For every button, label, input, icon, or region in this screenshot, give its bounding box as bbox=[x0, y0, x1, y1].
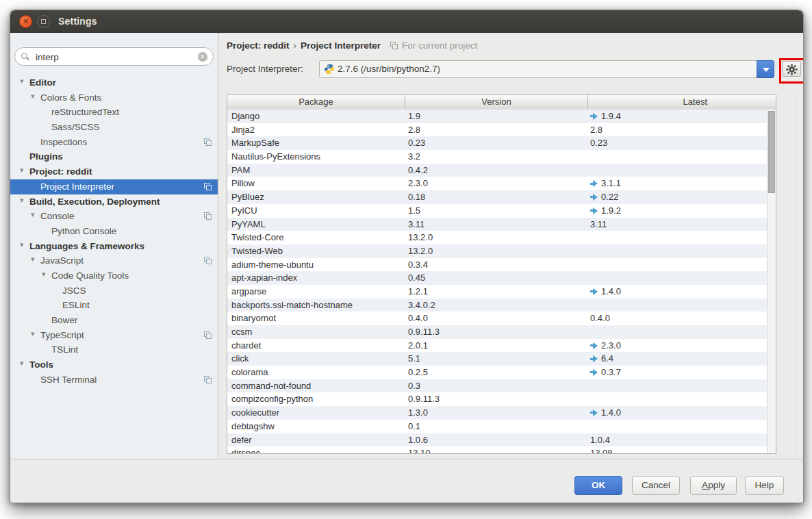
sidebar-item-python-console[interactable]: Python Console bbox=[10, 224, 218, 239]
sidebar-item-project-reddit[interactable]: ▾Project: reddit bbox=[10, 164, 218, 179]
window-maximize-button[interactable] bbox=[37, 15, 50, 28]
package-name: compizconfig-python bbox=[227, 392, 405, 406]
table-scrollbar[interactable] bbox=[767, 110, 776, 453]
packages-table[interactable]: PackageVersionLatest Django1.91.9.4Jinja… bbox=[227, 94, 776, 454]
sidebar-item-build-execution-deployment[interactable]: ▾Build, Execution, Deployment bbox=[10, 194, 218, 210]
upgrade-arrow-icon bbox=[590, 113, 598, 119]
package-name: defer bbox=[227, 433, 405, 447]
expander-arrow-icon[interactable]: ▾ bbox=[42, 270, 46, 279]
package-row-chardet[interactable]: chardet2.0.12.3.0 bbox=[227, 339, 776, 353]
package-name: backports.ssl-match-hostname bbox=[227, 299, 405, 312]
title-bar[interactable]: ✕ Settings bbox=[10, 10, 803, 34]
sidebar-item-tools[interactable]: ▾Tools bbox=[10, 357, 218, 372]
column-header-version[interactable]: Version bbox=[405, 95, 588, 110]
package-version: 13.10 bbox=[405, 446, 588, 454]
sidebar-item-editor[interactable]: ▾Editor bbox=[10, 75, 218, 90]
interpreter-gear-button[interactable] bbox=[782, 61, 801, 77]
package-row-dirspec[interactable]: dirspec13.1013.08 bbox=[227, 446, 776, 454]
sidebar-item-eslint[interactable]: ESLint bbox=[10, 298, 218, 313]
package-row-compizconfig-python[interactable]: compizconfig-python0.9.11.3 bbox=[227, 392, 776, 406]
window-title: Settings bbox=[58, 16, 97, 27]
sidebar-item-bower[interactable]: Bower bbox=[10, 313, 218, 328]
package-row-colorama[interactable]: colorama0.2.50.3.7 bbox=[227, 366, 776, 379]
package-row-cookiecutter[interactable]: cookiecutter1.3.01.4.0 bbox=[227, 406, 776, 420]
sidebar-item-typescript[interactable]: ▾TypeScript bbox=[10, 328, 218, 343]
sidebar-item-jscs[interactable]: JSCS bbox=[10, 283, 218, 299]
expander-arrow-icon[interactable]: ▾ bbox=[20, 77, 24, 86]
package-version: 0.4.2 bbox=[405, 164, 588, 177]
package-row-pyicu[interactable]: PyICU1.51.9.2 bbox=[227, 204, 776, 218]
expander-arrow-icon[interactable]: ▾ bbox=[20, 359, 24, 368]
package-row-backports-ssl-match-hostname[interactable]: backports.ssl-match-hostname3.4.0.2 bbox=[227, 299, 776, 312]
settings-search-box[interactable]: ✕ bbox=[14, 47, 214, 66]
sidebar-item-sass-scss[interactable]: Sass/SCSS bbox=[10, 120, 218, 135]
package-row-apt-xapian-index[interactable]: apt-xapian-index0.45 bbox=[227, 271, 776, 285]
interpreter-combobox[interactable]: 2.7.6 (/usr/bin/python2.7) bbox=[319, 60, 774, 78]
package-version: 3.11 bbox=[405, 218, 588, 231]
expander-arrow-icon[interactable]: ▾ bbox=[31, 255, 35, 264]
interpreter-dropdown-button[interactable] bbox=[757, 60, 774, 78]
clear-search-icon[interactable]: ✕ bbox=[198, 52, 207, 62]
package-row-pyyaml[interactable]: PyYAML3.113.11 bbox=[227, 218, 776, 231]
package-version: 0.4.0 bbox=[405, 312, 588, 325]
package-row-jinja2[interactable]: Jinja22.82.8 bbox=[227, 123, 776, 137]
package-row-command-not-found[interactable]: command-not-found0.3 bbox=[227, 379, 776, 393]
package-latest bbox=[588, 420, 776, 433]
scrollbar-thumb[interactable] bbox=[768, 111, 775, 193]
expander-arrow-icon[interactable]: ▾ bbox=[31, 210, 35, 219]
package-row-nautilus-pyextensions[interactable]: Nautilus-PyExtensions3.2 bbox=[227, 150, 776, 164]
package-row-twisted-web[interactable]: Twisted-Web13.2.0 bbox=[227, 244, 776, 258]
expander-arrow-icon[interactable]: ▾ bbox=[31, 329, 35, 338]
table-header[interactable]: PackageVersionLatest bbox=[227, 95, 776, 110]
sidebar-item-plugins[interactable]: Plugins bbox=[10, 149, 218, 164]
package-row-binaryornot[interactable]: binaryornot0.4.00.4.0 bbox=[227, 312, 776, 325]
sidebar-item-javascript[interactable]: ▾JavaScript bbox=[10, 253, 218, 268]
package-version: 0.23 bbox=[405, 136, 588, 150]
package-row-debtagshw[interactable]: debtagshw0.1 bbox=[227, 420, 776, 433]
package-row-click[interactable]: click5.16.4 bbox=[227, 352, 776, 366]
column-header-package[interactable]: Package bbox=[227, 95, 405, 110]
sidebar-item-label: JSCS bbox=[62, 286, 86, 296]
package-row-markupsafe[interactable]: MarkupSafe0.230.23 bbox=[227, 136, 776, 150]
sidebar-item-console[interactable]: ▾Console bbox=[10, 209, 218, 224]
package-latest: 1.0.4 bbox=[588, 433, 776, 447]
ok-button[interactable]: OK bbox=[574, 476, 622, 495]
package-row-ccsm[interactable]: ccsm0.9.11.3 bbox=[227, 325, 776, 339]
python-logo-icon bbox=[324, 64, 335, 75]
package-row-pam[interactable]: PAM0.4.2 bbox=[227, 164, 776, 177]
latest-version-text: 3.1.1 bbox=[601, 177, 621, 190]
package-row-pybluez[interactable]: PyBluez0.180.22 bbox=[227, 190, 776, 204]
expander-arrow-icon[interactable]: ▾ bbox=[20, 196, 24, 205]
sidebar-item-languages-frameworks[interactable]: ▾Languages & Frameworks bbox=[10, 239, 218, 254]
package-version: 0.9.11.3 bbox=[405, 325, 588, 339]
package-row-django[interactable]: Django1.91.9.4 bbox=[227, 110, 776, 123]
expander-arrow-icon[interactable]: ▾ bbox=[20, 166, 24, 175]
window-close-button[interactable]: ✕ bbox=[19, 15, 32, 28]
column-header-latest[interactable]: Latest bbox=[588, 95, 776, 110]
sidebar-item-project-interpreter[interactable]: Project Interpreter bbox=[10, 179, 218, 194]
sidebar-item-restructuredtext[interactable]: reStructuredText bbox=[10, 105, 218, 120]
expander-arrow-icon[interactable]: ▾ bbox=[31, 92, 35, 101]
sidebar-item-colors-fonts[interactable]: ▾Colors & Fonts bbox=[10, 90, 218, 105]
apply-button[interactable]: Apply bbox=[690, 476, 737, 495]
package-row-pillow[interactable]: Pillow2.3.03.1.1 bbox=[227, 177, 776, 190]
package-row-argparse[interactable]: argparse1.2.11.4.0 bbox=[227, 285, 776, 299]
package-row-adium-theme-ubuntu[interactable]: adium-theme-ubuntu0.3.4 bbox=[227, 258, 776, 272]
sidebar-item-inspections[interactable]: Inspections bbox=[10, 135, 218, 150]
sidebar-item-label: ESLint bbox=[62, 300, 90, 310]
package-row-twisted-core[interactable]: Twisted-Core13.2.0 bbox=[227, 231, 776, 244]
expander-arrow-icon[interactable]: ▾ bbox=[20, 240, 24, 249]
package-name: Jinja2 bbox=[227, 123, 405, 137]
sidebar-item-label: Project: reddit bbox=[29, 166, 92, 177]
package-version: 1.9 bbox=[405, 110, 588, 123]
cancel-button[interactable]: Cancel bbox=[632, 476, 680, 495]
package-version: 0.45 bbox=[405, 271, 588, 285]
settings-tree: ▾Editor▾Colors & FontsreStructuredTextSa… bbox=[10, 75, 218, 387]
latest-version-text: 1.9.4 bbox=[601, 110, 621, 123]
sidebar-item-ssh-terminal[interactable]: SSH Terminal bbox=[10, 372, 218, 388]
package-row-defer[interactable]: defer1.0.61.0.4 bbox=[227, 433, 776, 447]
help-button[interactable]: Help bbox=[745, 476, 784, 495]
sidebar-item-tslint[interactable]: TSLint bbox=[10, 342, 218, 357]
search-input[interactable] bbox=[34, 50, 194, 64]
sidebar-item-code-quality-tools[interactable]: ▾Code Quality Tools bbox=[10, 268, 218, 283]
